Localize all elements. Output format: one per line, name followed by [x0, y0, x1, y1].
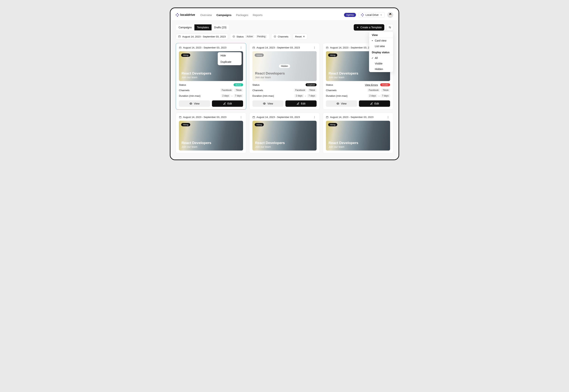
filter-status-value-active: Active — [245, 35, 254, 38]
card-header: August 14, 2023 - September 03, 2023 — [326, 116, 390, 118]
nav-campaigns[interactable]: Campaigns — [216, 14, 232, 17]
view-errors-link[interactable]: View Errors — [365, 84, 378, 86]
meta-status: StatusExpired — [253, 83, 316, 86]
channels-label: Channels — [326, 89, 337, 92]
svg-rect-1 — [178, 14, 179, 15]
edit-button[interactable]: Edit — [212, 100, 243, 107]
tab-templates[interactable]: Templates — [195, 24, 211, 30]
channel-pill: Tiktok — [234, 88, 243, 92]
svg-point-15 — [390, 28, 391, 28]
filter-status[interactable]: Status Active Pending — [230, 33, 270, 40]
nav-reports[interactable]: Reports — [253, 14, 263, 17]
plus-icon — [356, 26, 359, 29]
tab-campaigns[interactable]: Campaigns — [176, 24, 195, 30]
view-button[interactable]: View — [253, 100, 284, 107]
view-button[interactable]: View — [179, 100, 210, 107]
nav-overview[interactable]: Overview — [200, 14, 212, 17]
view-settings-popover: View Card view List view Display status … — [369, 31, 393, 72]
filter-reset[interactable]: Reset — [293, 34, 307, 40]
template-card[interactable]: August 14, 2023 - September 03, 2023Hiri… — [176, 43, 246, 110]
option-list-view[interactable]: List view — [369, 43, 393, 49]
svg-rect-5 — [363, 14, 364, 15]
svg-rect-28 — [179, 47, 181, 48]
status-badge: Active — [234, 83, 243, 86]
card-more-button[interactable] — [313, 46, 316, 49]
svg-point-64 — [314, 117, 315, 117]
card-more-button[interactable] — [240, 46, 243, 49]
calendar-icon — [178, 35, 181, 38]
card-date: August 14, 2023 - September 03, 2023 — [256, 116, 300, 118]
eye-icon — [336, 102, 339, 105]
card-more-button[interactable] — [240, 116, 243, 118]
tabs-row: Campaigns Templates Drafts (23) Create a… — [176, 24, 393, 31]
card-more-button[interactable] — [313, 116, 316, 118]
edit-button[interactable]: Edit — [285, 100, 316, 107]
duration-max: 7 days — [381, 94, 390, 98]
view-settings-button[interactable] — [387, 24, 393, 31]
status-label: Status — [253, 84, 259, 86]
svg-point-51 — [337, 103, 338, 104]
option-display-hidden[interactable]: Hidden — [369, 66, 393, 72]
meta-status: StatusActive — [179, 83, 243, 86]
card-hero: HiringReact DevelopersJoin our team — [179, 121, 243, 151]
duration-label: Duration (min-max) — [179, 95, 201, 97]
filter-channels[interactable]: Channels — [271, 34, 291, 40]
menu-duplicate[interactable]: Duplicate — [218, 59, 241, 65]
status-badge: Expired — [306, 83, 316, 86]
svg-point-65 — [314, 118, 315, 118]
svg-rect-52 — [179, 116, 181, 118]
svg-point-13 — [389, 27, 390, 27]
template-card[interactable]: August 14, 2023 - September 03, 2023Hiri… — [249, 112, 320, 153]
svg-point-70 — [388, 116, 388, 116]
option-card-view[interactable]: Card view — [369, 38, 393, 43]
card-context-menu: HideDuplicate — [218, 52, 242, 65]
tab-drafts[interactable]: Drafts (23) — [211, 24, 229, 30]
filter-channels-label: Channels — [278, 35, 288, 38]
duration-min: 2 days — [294, 94, 304, 98]
option-display-visible[interactable]: Visible — [369, 61, 393, 66]
card-date: August 14, 2023 - September 03, 2023 — [256, 46, 300, 49]
channel-pill: Facebook — [367, 88, 380, 92]
card-date: August 14, 2023 - September 03, 2023 — [183, 116, 226, 118]
nav-packages[interactable]: Packages — [236, 14, 248, 17]
create-template-button[interactable]: Create a Template — [354, 24, 384, 30]
segmented-tabs: Campaigns Templates Drafts (23) — [176, 24, 229, 30]
card-subtitle: Join our team — [181, 76, 240, 79]
svg-rect-66 — [326, 116, 328, 118]
menu-hide[interactable]: Hide — [218, 52, 241, 59]
card-date: August 14, 2023 - September 03, 2023 — [330, 46, 374, 49]
calendar-icon — [326, 116, 329, 118]
template-card[interactable]: August 14, 2023 - September 03, 2023Hiri… — [176, 112, 246, 153]
card-subtitle: Join our team — [181, 145, 240, 148]
card-header: August 14, 2023 - September 03, 2023 — [253, 46, 316, 49]
logo-mark-icon — [176, 13, 179, 17]
option-display-all[interactable]: All — [369, 55, 393, 61]
duration-min: 2 days — [221, 94, 230, 98]
workspace-select[interactable]: Local Drive — [359, 12, 385, 18]
svg-point-35 — [191, 103, 191, 104]
filter-date-range[interactable]: August 14, 2023 - September 03, 2023 — [176, 34, 228, 40]
svg-rect-44 — [326, 47, 328, 48]
meta-channels: ChannelsFacebookTiktok — [179, 88, 243, 92]
duration-min: 2 days — [368, 94, 377, 98]
card-hero: HiringHiddenReact DevelopersJoin our tea… — [253, 51, 316, 81]
edit-button[interactable]: Edit — [359, 100, 390, 107]
card-title: React Developers — [181, 71, 240, 75]
avatar[interactable] — [387, 12, 393, 18]
calendar-icon — [179, 46, 181, 49]
template-card[interactable]: August 14, 2023 - September 03, 2023Hiri… — [249, 43, 320, 110]
filter-status-value-pending: Pending — [256, 35, 267, 38]
card-title: React Developers — [329, 141, 388, 145]
logo[interactable]: localdrive — [176, 13, 195, 17]
view-button[interactable]: View — [326, 100, 357, 107]
filter-reset-label: Reset — [295, 35, 302, 38]
calendar-icon — [253, 46, 255, 49]
filters-row: August 14, 2023 - September 03, 2023 Sta… — [176, 33, 393, 40]
popover-view-title: View — [369, 32, 393, 38]
edit-icon — [297, 102, 299, 105]
card-date: August 14, 2023 - September 03, 2023 — [183, 46, 226, 49]
svg-point-34 — [241, 48, 241, 49]
template-card[interactable]: August 14, 2023 - September 03, 2023Hiri… — [323, 112, 393, 153]
card-more-button[interactable] — [387, 116, 390, 118]
status-label: Status — [326, 84, 333, 86]
